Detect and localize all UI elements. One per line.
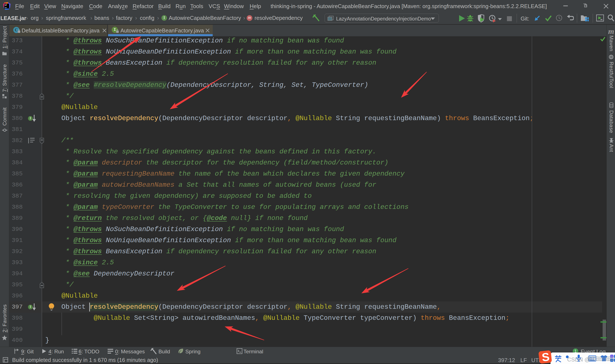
svg-text:IJ: IJ: [5, 4, 7, 6]
